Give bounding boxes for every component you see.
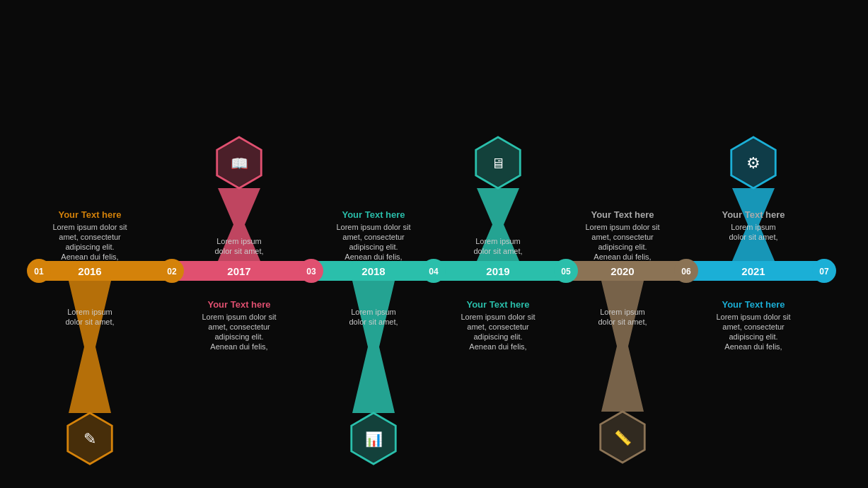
svg-text:Lorem ipsum dolor sit: Lorem ipsum dolor sit bbox=[585, 223, 659, 231]
svg-text:Your  Text here: Your Text here bbox=[466, 299, 529, 310]
svg-text:📏: 📏 bbox=[614, 429, 632, 446]
svg-text:dolor sit amet,: dolor sit amet, bbox=[729, 233, 777, 241]
svg-text:amet, consectetur: amet, consectetur bbox=[59, 233, 121, 241]
svg-text:amet, consectetur: amet, consectetur bbox=[342, 233, 405, 241]
svg-text:amet, consectetur: amet, consectetur bbox=[591, 233, 654, 241]
svg-text:Lorem ipsum: Lorem ipsum bbox=[351, 308, 396, 316]
svg-text:Your  Text here: Your Text here bbox=[591, 209, 654, 220]
svg-text:Aenean  dui felis,: Aenean dui felis, bbox=[345, 252, 402, 261]
svg-text:Aenean  dui felis,: Aenean dui felis, bbox=[724, 342, 782, 351]
svg-text:dolor sit amet,: dolor sit amet, bbox=[214, 247, 263, 255]
svg-text:07: 07 bbox=[819, 267, 829, 277]
svg-text:Your  Text here: Your Text here bbox=[722, 299, 785, 310]
svg-text:Aenean  dui felis,: Aenean dui felis, bbox=[210, 342, 267, 351]
svg-text:⚙: ⚙ bbox=[746, 154, 760, 172]
svg-text:Lorem ipsum dolor sit: Lorem ipsum dolor sit bbox=[52, 223, 127, 231]
timeline-svg: 20162017201820192020202101020304050607✎📖… bbox=[0, 99, 868, 467]
svg-text:adipiscing  elit.: adipiscing elit. bbox=[473, 332, 522, 341]
svg-text:Your  Text here: Your Text here bbox=[342, 209, 405, 220]
svg-text:Lorem ipsum: Lorem ipsum bbox=[475, 237, 521, 245]
svg-text:03: 03 bbox=[306, 267, 316, 277]
svg-text:06: 06 bbox=[681, 267, 691, 277]
svg-text:Lorem ipsum dolor sit: Lorem ipsum dolor sit bbox=[336, 223, 410, 231]
svg-text:📖: 📖 bbox=[231, 155, 248, 172]
svg-text:dolor sit amet,: dolor sit amet, bbox=[65, 318, 114, 326]
svg-text:Lorem ipsum: Lorem ipsum bbox=[67, 308, 112, 316]
svg-text:amet, consectetur: amet, consectetur bbox=[208, 323, 270, 331]
svg-text:Aenean  dui felis,: Aenean dui felis, bbox=[469, 342, 526, 351]
svg-text:Lorem ipsum dolor sit: Lorem ipsum dolor sit bbox=[461, 313, 535, 321]
svg-text:2018: 2018 bbox=[361, 265, 385, 277]
svg-text:Aenean  dui felis,: Aenean dui felis, bbox=[594, 252, 651, 261]
svg-text:Your Text here: Your Text here bbox=[207, 299, 270, 310]
svg-text:dolor sit amet,: dolor sit amet, bbox=[473, 247, 522, 255]
svg-rect-0 bbox=[39, 261, 172, 281]
svg-text:amet, consectetur: amet, consectetur bbox=[722, 323, 785, 331]
svg-text:02: 02 bbox=[167, 267, 177, 277]
svg-text:Lorem ipsum: Lorem ipsum bbox=[731, 223, 776, 231]
svg-text:04: 04 bbox=[429, 267, 439, 277]
svg-text:adipiscing  elit.: adipiscing elit. bbox=[65, 243, 114, 251]
svg-text:✎: ✎ bbox=[83, 430, 96, 448]
svg-text:adipiscing  elit.: adipiscing elit. bbox=[729, 332, 777, 341]
svg-text:2019: 2019 bbox=[486, 265, 509, 277]
svg-text:Lorem ipsum dolor sit: Lorem ipsum dolor sit bbox=[202, 313, 276, 321]
svg-text:dolor sit amet,: dolor sit amet, bbox=[349, 318, 398, 326]
svg-text:🖥: 🖥 bbox=[491, 156, 505, 171]
svg-text:05: 05 bbox=[561, 267, 571, 277]
svg-text:2020: 2020 bbox=[611, 265, 634, 277]
svg-text:adipiscing  elit.: adipiscing elit. bbox=[598, 243, 647, 251]
svg-text:2021: 2021 bbox=[741, 265, 765, 277]
svg-text:Lorem ipsum: Lorem ipsum bbox=[216, 237, 262, 245]
svg-text:Your  Text here: Your Text here bbox=[58, 209, 121, 220]
svg-text:amet, consectetur: amet, consectetur bbox=[467, 323, 529, 331]
svg-text:2016: 2016 bbox=[78, 265, 101, 277]
svg-text:Lorem ipsum: Lorem ipsum bbox=[600, 308, 645, 316]
svg-text:adipiscing  elit.: adipiscing elit. bbox=[349, 243, 398, 251]
svg-text:Aenean  dui felis,: Aenean dui felis, bbox=[61, 252, 118, 261]
svg-text:adipiscing  elit.: adipiscing elit. bbox=[214, 332, 263, 341]
svg-text:Lorem ipsum dolor sit: Lorem ipsum dolor sit bbox=[716, 313, 790, 321]
svg-text:dolor sit amet,: dolor sit amet, bbox=[598, 318, 647, 326]
svg-text:01: 01 bbox=[34, 267, 44, 277]
svg-text:📊: 📊 bbox=[365, 431, 383, 448]
svg-text:2017: 2017 bbox=[227, 265, 250, 277]
svg-text:Your  Text here: Your Text here bbox=[722, 209, 785, 220]
